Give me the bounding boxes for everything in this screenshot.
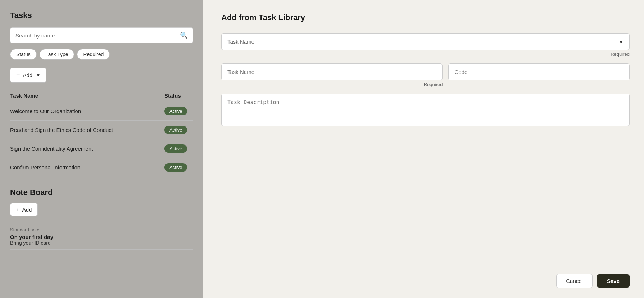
chevron-down-icon: ▼ [618, 39, 623, 45]
filter-tasktype-button[interactable]: Task Type [40, 49, 74, 60]
note-type: Standard note [10, 227, 193, 232]
task-name-cell: Welcome to Our Organization [10, 102, 164, 121]
task-name-cell: Read and Sign the Ethics Code of Conduct [10, 121, 164, 139]
add-task-button[interactable]: + Add ▼ [10, 68, 46, 83]
filter-buttons: Status Task Type Required [10, 49, 193, 60]
task-table: Task Name Status Welcome to Our Organiza… [10, 90, 193, 177]
list-item: Standard note On your first day Bring yo… [10, 223, 193, 250]
status-badge: Active [164, 126, 187, 134]
task-name-dropdown-group: Task Name ▼ Required [221, 33, 630, 57]
plus-icon: + [16, 71, 20, 79]
code-field[interactable] [448, 63, 630, 80]
save-button[interactable]: Save [597, 274, 630, 288]
note-plus-icon: + [16, 206, 19, 213]
table-row: Sign the Confidentiality Agreement Activ… [10, 139, 193, 158]
modal-footer: Cancel Save [556, 274, 630, 288]
status-cell: Active [164, 121, 193, 139]
cancel-button[interactable]: Cancel [556, 274, 593, 288]
status-cell: Active [164, 102, 193, 121]
task-name-code-row: Required [221, 63, 630, 87]
status-header: Status [164, 90, 193, 102]
search-icon: 🔍 [180, 31, 188, 39]
task-name-cell: Confirm Personal Information [10, 158, 164, 177]
status-badge: Active [164, 163, 187, 172]
task-name-header: Task Name [10, 90, 164, 102]
task-name-field[interactable] [221, 63, 443, 80]
chevron-down-icon: ▼ [36, 73, 40, 78]
task-name-dropdown[interactable]: Task Name ▼ [221, 33, 630, 50]
status-cell: Active [164, 139, 193, 158]
note-title: On your first day [10, 234, 193, 240]
filter-status-button[interactable]: Status [10, 49, 37, 60]
task-name-field-group: Required [221, 63, 443, 87]
left-panel: Tasks 🔍 Status Task Type Required + Add … [0, 0, 203, 298]
search-bar: 🔍 [10, 27, 193, 43]
note-description: Bring your ID card [10, 240, 193, 246]
modal-title: Add from Task Library [221, 13, 630, 22]
note-board-section: Note Board + Add Standard note On your f… [10, 188, 193, 250]
note-add-label: Add [22, 206, 32, 213]
tasks-section-title: Tasks [10, 11, 193, 20]
add-label: Add [23, 72, 33, 78]
task-name-field-required: Required [221, 82, 443, 87]
add-button-row: + Add ▼ [10, 68, 193, 83]
task-name-required-label: Required [221, 52, 630, 57]
code-field-group [448, 63, 630, 87]
task-name-dropdown-label: Task Name [227, 39, 254, 45]
table-row: Confirm Personal Information Active [10, 158, 193, 177]
search-input[interactable] [15, 32, 180, 39]
filter-required-button[interactable]: Required [77, 49, 110, 60]
task-name-cell: Sign the Confidentiality Agreement [10, 139, 164, 158]
modal-panel: Add from Task Library Task Name ▼ Requir… [203, 0, 644, 298]
table-row: Welcome to Our Organization Active [10, 102, 193, 121]
task-description-group [221, 94, 630, 128]
status-badge: Active [164, 107, 187, 115]
add-note-button[interactable]: + Add [10, 203, 38, 216]
table-row: Read and Sign the Ethics Code of Conduct… [10, 121, 193, 139]
task-description-field[interactable] [221, 94, 630, 126]
note-board-title: Note Board [10, 188, 193, 197]
status-badge: Active [164, 144, 187, 153]
status-cell: Active [164, 158, 193, 177]
